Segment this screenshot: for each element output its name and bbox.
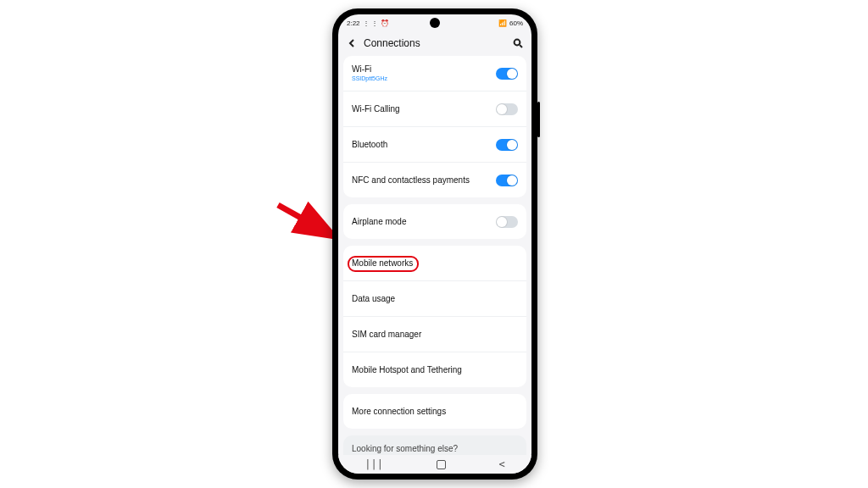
row-label: Mobile Hotspot and Tethering <box>352 365 462 375</box>
status-notif-dots: ⋮ ⋮ <box>363 19 378 27</box>
row-label: Wi-FiSSIDptt5GHz <box>352 64 387 82</box>
back-button[interactable] <box>345 36 359 50</box>
settings-card-3: Mobile networksData usageSIM card manage… <box>343 246 526 387</box>
row-subtext: SSIDptt5GHz <box>352 75 387 82</box>
search-button[interactable] <box>511 36 525 50</box>
svg-line-0 <box>278 205 336 237</box>
svg-point-1 <box>515 40 520 46</box>
row-mobile-hotspot-and-tethering[interactable]: Mobile Hotspot and Tethering <box>343 352 526 387</box>
alarm-icon: ⏰ <box>381 19 389 27</box>
row-label: Mobile networks <box>352 258 413 269</box>
settings-card-2: Airplane mode <box>343 204 526 239</box>
nav-recents[interactable]: ||| <box>364 458 383 470</box>
status-time: 2:22 <box>347 19 360 27</box>
row-data-usage[interactable]: Data usage <box>343 281 526 317</box>
row-airplane-mode[interactable]: Airplane mode <box>343 204 526 239</box>
settings-card-4: More connection settings <box>343 394 526 429</box>
row-more-connection-settings[interactable]: More connection settings <box>343 394 526 429</box>
footer-text: Looking for something else? <box>352 444 458 453</box>
phone-side-button <box>537 102 540 137</box>
battery-percent: 60% <box>509 19 523 27</box>
toggle-nfc-and-contactless-payments[interactable] <box>496 175 518 186</box>
toggle-wi-fi-calling[interactable] <box>496 103 518 115</box>
header-bar: Connections <box>338 30 531 56</box>
nav-back[interactable]: < <box>498 458 504 470</box>
toggle-bluetooth[interactable] <box>496 139 518 151</box>
svg-line-2 <box>520 45 522 47</box>
row-label: Airplane mode <box>352 217 406 227</box>
page-title: Connections <box>364 37 511 49</box>
phone-frame: 2:22 ⋮ ⋮ ⏰ 📶 60% Connections <box>332 8 537 480</box>
row-mobile-networks[interactable]: Mobile networks <box>343 246 526 281</box>
nav-home[interactable] <box>437 460 446 469</box>
settings-card-1: Wi-FiSSIDptt5GHzWi-Fi CallingBluetoothNF… <box>343 56 526 197</box>
row-label: SIM card manager <box>352 330 421 340</box>
phone-camera-notch <box>430 18 440 28</box>
phone-screen: 2:22 ⋮ ⋮ ⏰ 📶 60% Connections <box>338 14 531 474</box>
row-label: More connection settings <box>352 407 446 417</box>
row-label: Data usage <box>352 294 395 304</box>
row-label: NFC and contactless payments <box>352 175 470 186</box>
row-label: Wi-Fi Calling <box>352 104 400 114</box>
wifi-icon: 📶 <box>498 20 507 27</box>
toggle-airplane-mode[interactable] <box>496 216 518 228</box>
row-bluetooth[interactable]: Bluetooth <box>343 127 526 163</box>
row-label: Bluetooth <box>352 140 387 150</box>
row-wi-fi[interactable]: Wi-FiSSIDptt5GHz <box>343 56 526 92</box>
android-nav-bar: ||| < <box>338 455 531 474</box>
row-sim-card-manager[interactable]: SIM card manager <box>343 317 526 352</box>
row-nfc-and-contactless-payments[interactable]: NFC and contactless payments <box>343 163 526 197</box>
toggle-wi-fi[interactable] <box>496 68 518 80</box>
row-wi-fi-calling[interactable]: Wi-Fi Calling <box>343 92 526 127</box>
